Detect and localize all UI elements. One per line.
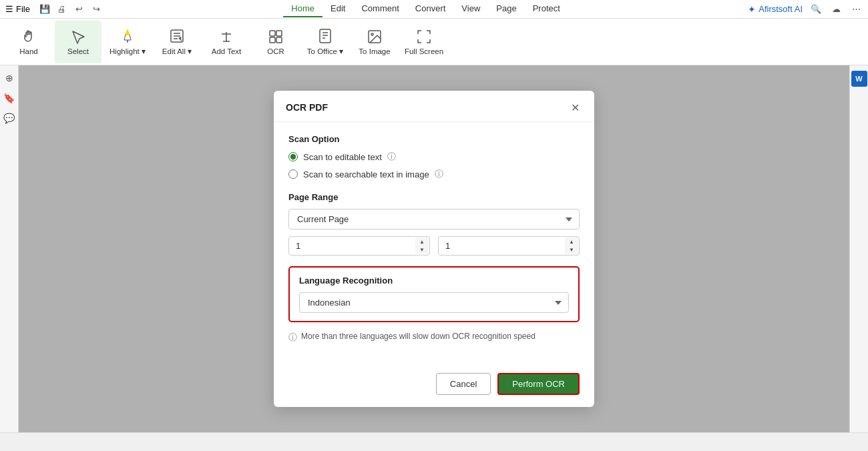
menu-item-comment[interactable]: Comment	[353, 1, 407, 17]
menu-item-convert[interactable]: Convert	[407, 1, 454, 17]
undo-icon[interactable]: ↩	[73, 3, 86, 16]
sidebar-comment-icon[interactable]: 💬	[2, 111, 17, 125]
bottom-bar	[0, 432, 868, 451]
quick-access-icons: 💾 🖨 ↩ ↪	[38, 3, 103, 16]
hand-icon	[21, 29, 37, 45]
tool-select[interactable]: Select	[55, 21, 101, 63]
menu-right: ✦ Afirstsoft AI 🔍 ☁ ⋯	[748, 3, 863, 16]
select-icon	[70, 29, 86, 45]
radio-editable-label: Scan to editable text	[303, 152, 382, 162]
add-text-icon	[218, 29, 234, 45]
info-speed-text: More than three languages will slow down…	[301, 332, 535, 341]
perform-ocr-button[interactable]: Perform OCR	[497, 373, 580, 395]
tool-add-text[interactable]: Add Text	[203, 21, 250, 63]
radio-editable-text[interactable]	[288, 152, 298, 161]
radio-searchable-text[interactable]	[288, 169, 298, 179]
tool-hand[interactable]: Hand	[5, 21, 52, 63]
modal-body: Scan Option Scan to editable text ⓘ Scan…	[274, 122, 594, 366]
menu-item-page[interactable]: Page	[488, 1, 524, 17]
to-office-icon	[317, 28, 333, 44]
radio-searchable-label: Scan to searchable text in image	[303, 169, 429, 179]
search-icon[interactable]: 🔍	[809, 3, 823, 16]
from-spinners: ▲ ▼	[415, 238, 429, 254]
menu-item-view[interactable]: View	[453, 1, 488, 17]
info-speed-icon: ⓘ	[288, 332, 297, 344]
svg-rect-12	[320, 29, 331, 43]
menu-left: ☰ File 💾 🖨 ↩ ↪	[5, 3, 103, 16]
select-label: Select	[67, 47, 89, 55]
left-sidebar: ⊕ 🔖 💬	[0, 65, 19, 432]
word-icon[interactable]: W	[851, 71, 867, 87]
modal-header: OCR PDF ✕	[274, 91, 594, 122]
radio-row-editable: Scan to editable text ⓘ	[288, 151, 580, 163]
from-down-button[interactable]: ▼	[415, 246, 429, 255]
highlight-icon	[120, 28, 136, 44]
full-screen-label: Full Screen	[405, 47, 443, 55]
page-from-wrap: ▲ ▼	[288, 236, 430, 256]
ocr-icon	[268, 29, 284, 45]
page-to-input[interactable]	[438, 236, 580, 256]
cancel-button[interactable]: Cancel	[436, 373, 491, 395]
print-icon[interactable]: 🖨	[55, 3, 69, 16]
lang-recognition-title: Language Recognition	[299, 276, 569, 286]
redo-icon[interactable]: ↪	[90, 3, 103, 16]
ocr-modal: OCR PDF ✕ Scan Option Scan to editable t…	[274, 91, 594, 407]
to-spinners: ▲ ▼	[565, 238, 578, 254]
file-label[interactable]: File	[16, 4, 30, 14]
menu-hamburger[interactable]: ☰ File	[5, 4, 30, 14]
edit-all-label: Edit All ▾	[162, 47, 192, 56]
right-sidebar: W	[849, 65, 868, 432]
sidebar-bookmark-icon[interactable]: 🔖	[2, 91, 17, 105]
ai-label: Afirstsoft AI	[758, 4, 803, 14]
menu-item-edit[interactable]: Edit	[322, 1, 353, 17]
info-row: ⓘ More than three languages will slow do…	[288, 332, 580, 344]
tool-edit-all[interactable]: Edit All ▾	[154, 21, 200, 63]
tool-to-image[interactable]: To Image	[351, 21, 398, 63]
add-text-label: Add Text	[212, 47, 242, 55]
menu-nav: Home Edit Comment Convert View Page Prot…	[106, 1, 745, 17]
menu-item-protect[interactable]: Protect	[525, 1, 568, 17]
language-select[interactable]: Indonesian English Chinese Japanese Kore…	[299, 292, 569, 313]
to-office-label: To Office ▾	[307, 47, 343, 56]
svg-point-17	[371, 33, 373, 35]
svg-rect-10	[270, 37, 275, 43]
info-editable-icon: ⓘ	[387, 151, 396, 163]
page-from-input[interactable]	[288, 236, 430, 256]
svg-rect-11	[276, 37, 282, 43]
modal-overlay: OCR PDF ✕ Scan Option Scan to editable t…	[19, 65, 849, 432]
modal-footer: Cancel Perform OCR	[274, 366, 594, 407]
ai-star-icon: ✦	[748, 4, 756, 15]
ocr-label: OCR	[267, 47, 284, 55]
page-range-title: Page Range	[288, 192, 580, 202]
svg-rect-9	[276, 31, 282, 36]
scan-option-title: Scan Option	[288, 134, 580, 144]
page-to-wrap: ▲ ▼	[438, 236, 580, 256]
tool-ocr[interactable]: OCR	[252, 21, 299, 63]
language-recognition-section: Language Recognition Indonesian English …	[288, 266, 580, 322]
page-range-section: Page Range Current Page All Pages Custom…	[288, 192, 580, 256]
info-searchable-icon: ⓘ	[435, 168, 443, 180]
page-number-inputs: ▲ ▼ ▲ ▼	[288, 236, 580, 256]
scan-option-group: Scan to editable text ⓘ Scan to searchab…	[288, 151, 580, 180]
sidebar-select-icon[interactable]: ⊕	[2, 71, 17, 85]
hamburger-icon: ☰	[5, 4, 13, 14]
ai-badge[interactable]: ✦ Afirstsoft AI	[748, 4, 803, 15]
edit-all-icon	[169, 28, 185, 44]
tool-full-screen[interactable]: Full Screen	[401, 21, 447, 63]
from-up-button[interactable]: ▲	[415, 238, 429, 246]
page-range-select[interactable]: Current Page All Pages Custom Range	[288, 209, 580, 230]
save-icon[interactable]: 💾	[38, 3, 51, 16]
to-up-button[interactable]: ▲	[565, 238, 578, 246]
modal-close-button[interactable]: ✕	[568, 100, 582, 115]
hand-label: Hand	[19, 47, 38, 55]
to-down-button[interactable]: ▼	[565, 246, 578, 255]
to-image-label: To Image	[359, 47, 390, 55]
full-screen-icon	[416, 29, 432, 45]
toolbar: Hand Select Highlight ▾	[0, 19, 868, 65]
svg-rect-8	[270, 31, 275, 36]
more-icon[interactable]: ⋯	[849, 3, 863, 16]
tool-highlight[interactable]: Highlight ▾	[104, 21, 151, 63]
cloud-icon[interactable]: ☁	[829, 3, 843, 16]
tool-to-office[interactable]: To Office ▾	[302, 21, 349, 63]
menu-item-home[interactable]: Home	[283, 1, 322, 17]
